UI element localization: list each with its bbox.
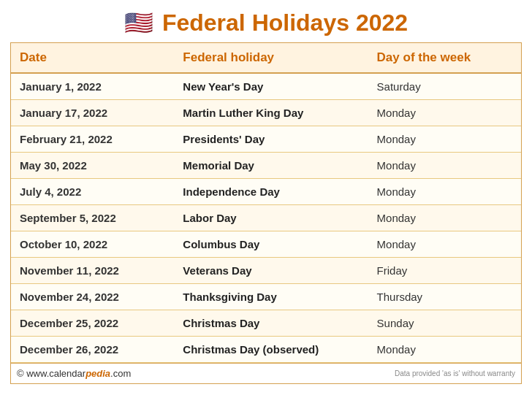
page-header: 🇺🇸 Federal Holidays 2022	[0, 0, 532, 42]
cell-day: Monday	[368, 205, 521, 231]
cell-holiday: New Year's Day	[174, 73, 368, 100]
cell-holiday: Labor Day	[174, 205, 368, 231]
cell-holiday: Veterans Day	[174, 258, 368, 284]
flag-icon: 🇺🇸	[124, 9, 153, 37]
cell-day: Friday	[368, 258, 521, 284]
cell-holiday: Independence Day	[174, 179, 368, 205]
cell-holiday: Thanksgiving Day	[174, 284, 368, 310]
col-header-date: Date	[11, 43, 174, 73]
table-row: February 21, 2022Presidents' DayMonday	[11, 126, 521, 153]
cell-day: Saturday	[368, 73, 521, 100]
page-footer: © www.calendarpedia.com Data provided 'a…	[10, 364, 522, 384]
col-header-day: Day of the week	[368, 43, 521, 73]
cell-day: Monday	[368, 153, 521, 179]
col-header-holiday: Federal holiday	[174, 43, 368, 73]
cell-date: September 5, 2022	[11, 205, 174, 231]
cell-holiday: Memorial Day	[174, 153, 368, 179]
cell-holiday: Christmas Day	[174, 310, 368, 337]
holidays-table: Date Federal holiday Day of the week Jan…	[11, 43, 521, 363]
cell-holiday: Columbus Day	[174, 231, 368, 258]
cell-day: Monday	[368, 337, 521, 363]
cell-date: February 21, 2022	[11, 126, 174, 153]
cell-date: January 1, 2022	[11, 73, 174, 100]
page-title: Federal Holidays 2022	[162, 9, 408, 37]
holidays-table-container: Date Federal holiday Day of the week Jan…	[10, 42, 522, 364]
table-row: July 4, 2022Independence DayMonday	[11, 179, 521, 205]
cell-day: Monday	[368, 100, 521, 126]
cell-holiday: Christmas Day (observed)	[174, 337, 368, 363]
cell-date: July 4, 2022	[11, 179, 174, 205]
cell-holiday: Martin Luther King Day	[174, 100, 368, 126]
table-row: October 10, 2022Columbus DayMonday	[11, 231, 521, 258]
cell-day: Monday	[368, 126, 521, 153]
cell-day: Monday	[368, 179, 521, 205]
copyright-em: pedia	[86, 368, 110, 379]
table-row: May 30, 2022Memorial DayMonday	[11, 153, 521, 179]
disclaimer-text: Data provided 'as is' without warranty	[395, 369, 515, 377]
table-row: December 25, 2022Christmas DaySunday	[11, 310, 521, 337]
table-header-row: Date Federal holiday Day of the week	[11, 43, 521, 73]
cell-date: December 26, 2022	[11, 337, 174, 363]
cell-day: Sunday	[368, 310, 521, 337]
cell-date: November 24, 2022	[11, 284, 174, 310]
table-row: December 26, 2022Christmas Day (observed…	[11, 337, 521, 363]
table-row: November 11, 2022Veterans DayFriday	[11, 258, 521, 284]
cell-date: October 10, 2022	[11, 231, 174, 258]
copyright-text: © www.calendarpedia.com	[17, 368, 131, 379]
cell-holiday: Presidents' Day	[174, 126, 368, 153]
table-row: January 17, 2022Martin Luther King DayMo…	[11, 100, 521, 126]
cell-date: December 25, 2022	[11, 310, 174, 337]
cell-day: Monday	[368, 231, 521, 258]
table-row: November 24, 2022Thanksgiving DayThursda…	[11, 284, 521, 310]
cell-date: January 17, 2022	[11, 100, 174, 126]
cell-date: November 11, 2022	[11, 258, 174, 284]
table-row: January 1, 2022New Year's DaySaturday	[11, 73, 521, 100]
cell-date: May 30, 2022	[11, 153, 174, 179]
table-row: September 5, 2022Labor DayMonday	[11, 205, 521, 231]
cell-day: Thursday	[368, 284, 521, 310]
